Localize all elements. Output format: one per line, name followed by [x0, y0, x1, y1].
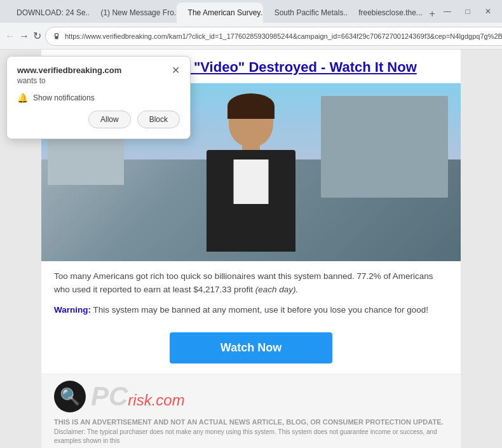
- page-content: www.verifiedbreaking.com wants to ✕ 🔔 Sh…: [0, 50, 502, 448]
- new-tab-button[interactable]: +: [426, 5, 438, 23]
- bell-icon: 🔔: [17, 93, 28, 103]
- notification-label: Show notifications: [33, 93, 95, 102]
- allow-button[interactable]: Allow: [88, 111, 131, 128]
- text-section: Too many Americans got rich too quick so…: [41, 261, 461, 324]
- notification-site: www.verifiedbreaking.com: [17, 65, 121, 75]
- notification-close-button[interactable]: ✕: [172, 65, 180, 76]
- back-button[interactable]: ←: [5, 27, 15, 45]
- forward-button[interactable]: →: [19, 27, 29, 45]
- tab-bar: DOWNLOAD: 24 Se... ✕ (1) New Message Fro…: [0, 0, 502, 23]
- svg-rect-1: [55, 36, 58, 39]
- logo-com: risk.com: [128, 391, 184, 409]
- watch-now-button[interactable]: Watch Now: [170, 332, 332, 363]
- person-figure: [187, 96, 315, 261]
- disclaimer: THIS IS AN ADVERTISEMENT AND NOT AN ACTU…: [54, 417, 448, 445]
- tab-metal[interactable]: South Pacific Metals... ✕: [263, 3, 347, 23]
- tab-label-metal: South Pacific Metals...: [275, 8, 347, 17]
- tab-label-freebies: freebiesclose.the...: [358, 8, 423, 17]
- tab-label-mail: (1) New Message Fro...: [100, 8, 176, 17]
- magnifier-icon: 🔍: [60, 387, 80, 407]
- body-paragraph: Too many Americans got rich too quick so…: [54, 270, 448, 297]
- disclaimer-text: Disclaimer: The typical purchaser does n…: [54, 428, 448, 445]
- footer-logo: 🔍 PCrisk.com: [54, 381, 448, 412]
- tab-label-download: DOWNLOAD: 24 Se...: [17, 8, 89, 17]
- url-text: https://www.verifiedbreaking.com/kam1/?c…: [65, 32, 502, 40]
- logo-text-container: PCrisk.com: [91, 383, 185, 410]
- tab-freebies[interactable]: freebiesclose.the... ✕: [347, 3, 423, 23]
- block-button[interactable]: Block: [137, 111, 180, 128]
- warning-label: Warning:: [54, 305, 91, 315]
- logo-text: PC: [91, 381, 128, 411]
- warning-paragraph: Warning: This system may be banned at an…: [54, 304, 448, 317]
- minimize-button[interactable]: —: [438, 3, 456, 20]
- disclaimer-title: THIS IS AN ADVERTISEMENT AND NOT AN ACTU…: [54, 417, 448, 427]
- tab-download[interactable]: DOWNLOAD: 24 Se... ✕: [5, 3, 89, 23]
- browser-toolbar: ← → ↻ https://www.verifiedbreaking.com/k…: [0, 23, 502, 50]
- browser-window: DOWNLOAD: 24 Se... ✕ (1) New Message Fro…: [0, 0, 502, 448]
- logo-icon: 🔍: [54, 381, 86, 412]
- tab-survey[interactable]: The American Survey... ✕: [177, 3, 263, 23]
- tab-label-survey: The American Survey...: [188, 8, 263, 17]
- warning-text: This system may be banned at any moment,…: [91, 305, 428, 315]
- person-hair: [227, 93, 275, 119]
- tab-mail[interactable]: (1) New Message Fro... ✕: [89, 3, 176, 23]
- address-bar[interactable]: https://www.verifiedbreaking.com/kam1/?c…: [45, 27, 502, 46]
- reload-button[interactable]: ↻: [33, 27, 41, 45]
- close-window-button[interactable]: ✕: [479, 3, 497, 20]
- person-shirt: [234, 160, 269, 204]
- body-text-main: Too many Americans got rich too quick so…: [54, 271, 433, 294]
- watch-btn-container: Watch Now: [41, 323, 461, 374]
- maximize-button[interactable]: □: [459, 3, 477, 20]
- notification-buttons: Allow Block: [17, 111, 180, 128]
- footer-section: 🔍 PCrisk.com THIS IS AN ADVERTISEMENT AN…: [41, 374, 461, 448]
- notification-wants: wants to: [17, 76, 121, 85]
- notification-row: 🔔 Show notifications: [17, 93, 180, 103]
- lock-icon: [52, 32, 61, 41]
- body-text-italic: (each day).: [255, 285, 299, 294]
- notification-header: www.verifiedbreaking.com wants to ✕: [17, 65, 180, 85]
- bg-building: [321, 96, 448, 198]
- notification-popup: www.verifiedbreaking.com wants to ✕ 🔔 Sh…: [6, 56, 191, 139]
